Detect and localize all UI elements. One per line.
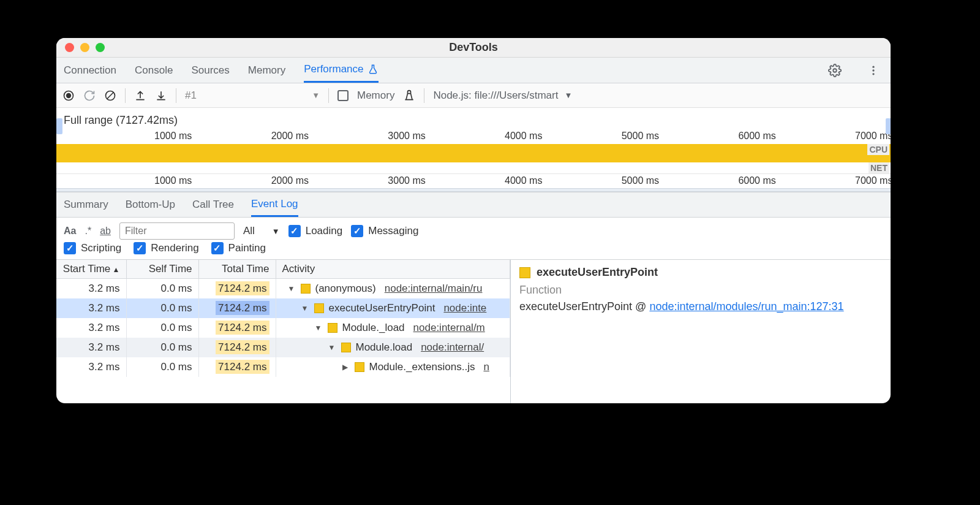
tick-label: 4000 ms [505,175,542,186]
match-case-button[interactable]: Aa [64,226,76,237]
record-button[interactable] [62,89,75,102]
titlebar: DevTools [56,38,891,58]
range-label: Full range (7127.42ms) [56,108,891,131]
tick-label: 1000 ms [154,175,192,186]
bottom-split: Start Time Self Time Total Time Activity… [56,259,891,403]
details-type: Function [519,284,882,297]
rendering-checkbox-label: Rendering [151,242,198,254]
table-row[interactable]: 3.2 ms0.0 ms7124.2 ms▼executeUserEntryPo… [56,298,510,318]
window-title: DevTools [56,41,891,54]
disclosure-triangle-icon[interactable]: ▼ [301,304,309,313]
svg-point-2 [872,69,874,71]
upload-profile-button[interactable] [134,89,146,102]
svg-point-3 [872,73,874,75]
tab-bottom-up[interactable]: Bottom-Up [126,192,175,217]
tab-memory[interactable]: Memory [248,58,285,83]
table-row[interactable]: 3.2 ms0.0 ms7124.2 ms▼(anonymous)node:in… [56,279,510,299]
activity-source-link[interactable]: n [483,361,489,373]
session-selector-label: #1 [185,89,197,102]
details-fn-name: executeUserEntryPoint [519,300,632,313]
main-tabs: Connection Console Sources Memory Perfor… [56,58,891,83]
event-log-table: Start Time Self Time Total Time Activity… [56,260,511,403]
range-handle-left[interactable] [56,118,62,134]
range-handle-right[interactable] [886,118,891,134]
loading-checkbox[interactable]: ✓ Loading [288,225,343,237]
details-source-line: executeUserEntryPoint @ node:internal/mo… [519,300,882,313]
activity-source-link[interactable]: node:inte [443,302,486,314]
disclosure-triangle-icon[interactable]: ▼ [287,284,296,293]
filter-row-2: ✓ Scripting ✓ Rendering ✓ Painting [56,242,891,259]
disclosure-triangle-icon[interactable]: ▼ [314,324,323,332]
clear-button[interactable] [104,89,116,102]
target-selector[interactable]: Node.js: file:///Users/stmart ▼ [433,89,572,102]
memory-checkbox[interactable]: Memory [337,89,394,102]
tick-label: 5000 ms [622,131,659,142]
scope-dropdown-label: All [243,225,255,237]
activity-source-link[interactable]: node:internal/m [413,322,485,334]
tab-performance[interactable]: Performance [304,58,378,83]
tab-summary[interactable]: Summary [64,192,108,217]
tab-connection[interactable]: Connection [64,58,116,83]
activity-name: (anonymous) [315,283,376,295]
tick-label: 7000 ms [855,175,891,186]
scripting-checkbox[interactable]: ✓ Scripting [64,242,121,254]
overview-ruler-top: 1000 ms 2000 ms 3000 ms 4000 ms 5000 ms … [56,131,891,143]
checkbox-checked-icon: ✓ [211,242,224,254]
table-row[interactable]: 3.2 ms0.0 ms7124.2 ms▶Module._extensions… [56,357,510,377]
tab-event-log[interactable]: Event Log [251,192,298,217]
scope-dropdown[interactable]: All ▼ [243,225,280,237]
filter-input[interactable] [119,222,235,240]
download-profile-button[interactable] [155,89,167,102]
column-self-time[interactable]: Self Time [126,260,198,279]
session-selector[interactable]: #1 ▼ [185,89,320,102]
disclosure-triangle-icon[interactable]: ▶ [341,363,350,371]
regex-button[interactable]: .* [85,226,91,237]
scripting-checkbox-label: Scripting [81,242,121,254]
activity-source-link[interactable]: node:internal/ [421,341,484,354]
scripting-color-swatch [355,362,364,372]
tab-performance-label: Performance [304,63,363,75]
column-start-time[interactable]: Start Time [56,260,126,279]
activity-name: executeUserEntryPoint [329,302,435,314]
rendering-checkbox[interactable]: ✓ Rendering [134,242,198,254]
tab-sources[interactable]: Sources [191,58,229,83]
devtools-window: DevTools Connection Console Sources Memo… [56,38,891,403]
cpu-usage-bar [56,144,891,162]
painting-checkbox[interactable]: ✓ Painting [211,242,266,254]
tick-label: 6000 ms [738,131,775,142]
table-row[interactable]: 3.2 ms0.0 ms7124.2 ms▼Module._loadnode:i… [56,318,510,338]
column-total-time[interactable]: Total Time [198,260,276,279]
timeline-overview[interactable]: 1000 ms 2000 ms 3000 ms 4000 ms 5000 ms … [56,131,891,188]
performance-toolbar: #1 ▼ Memory Node.js: file:///Users/stmar… [56,83,891,108]
messaging-checkbox[interactable]: ✓ Messaging [351,225,418,237]
tick-label: 5000 ms [622,175,659,186]
column-activity[interactable]: Activity [276,260,510,279]
reload-and-record-button[interactable] [83,89,96,102]
scripting-color-swatch [301,284,311,294]
flask-icon [368,64,379,75]
tick-label: 2000 ms [271,131,309,142]
checkbox-checked-icon: ✓ [134,242,146,254]
disclosure-triangle-icon[interactable]: ▼ [328,343,336,352]
scripting-color-swatch [341,343,351,352]
detail-tabs: Summary Bottom-Up Call Tree Event Log [56,192,891,218]
scripting-color-swatch [314,303,324,313]
checkbox-checked-icon: ✓ [64,242,76,254]
chevron-down-icon: ▼ [272,227,280,236]
details-pane: executeUserEntryPoint Function executeUs… [511,260,891,403]
settings-button[interactable] [824,61,845,80]
collect-garbage-button[interactable] [403,89,415,102]
filter-row-1: Aa .* ab All ▼ ✓ Loading ✓ Messaging [56,218,891,242]
chevron-down-icon: ▼ [312,91,320,100]
tab-call-tree[interactable]: Call Tree [192,192,234,217]
details-source-link[interactable]: node:internal/modules/run_main:127:31 [649,300,843,313]
messaging-checkbox-label: Messaging [368,225,418,237]
kebab-menu-button[interactable] [864,62,883,79]
checkbox-empty-icon [337,90,349,101]
match-whole-word-button[interactable]: ab [100,226,111,237]
table-row[interactable]: 3.2 ms0.0 ms7124.2 ms▼Module.loadnode:in… [56,338,510,357]
tick-label: 3000 ms [388,131,425,142]
loading-checkbox-label: Loading [306,225,343,237]
activity-source-link[interactable]: node:internal/main/ru [385,283,483,295]
tab-console[interactable]: Console [135,58,173,83]
